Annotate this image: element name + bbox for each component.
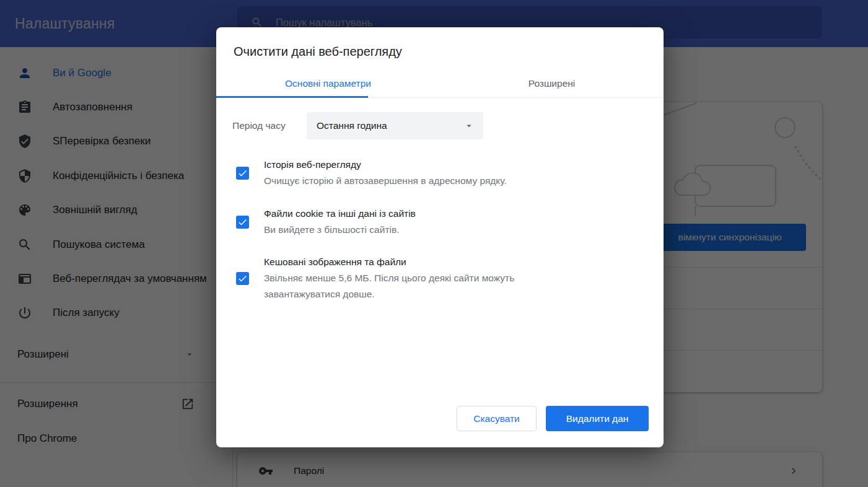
checkbox-row-browsing-history[interactable]: Історія веб-перегляду Очищує історію й а… (236, 157, 574, 189)
caret-down-icon (463, 120, 475, 131)
time-range-select[interactable]: Остання година (307, 112, 483, 139)
dialog-tabs: Основні параметри Розширені (216, 69, 664, 98)
checkbox-description: Звільняє менше 5,6 МБ. Після цього деякі… (264, 270, 574, 302)
time-range-row: Період часу (232, 112, 286, 139)
checkbox-row-cookies[interactable]: Файли cookie та інші дані із сайтів Ви в… (236, 206, 574, 238)
tab-advanced[interactable]: Розширені (440, 69, 664, 97)
cancel-button[interactable]: Скасувати (457, 406, 537, 431)
checkbox-checked[interactable] (236, 272, 249, 285)
check-icon (237, 273, 248, 284)
checkbox-description: Очищує історію й автозавершення в адресн… (264, 173, 574, 189)
tab-basic[interactable]: Основні параметри (216, 69, 440, 97)
checkbox-row-cached-files[interactable]: Кешовані зображення та файли Звільняє ме… (236, 254, 574, 302)
clear-browsing-data-dialog: Очистити дані веб-перегляду Основні пара… (216, 27, 664, 447)
clear-data-button[interactable]: Видалити дан (546, 406, 649, 431)
check-icon (237, 168, 248, 178)
check-icon (237, 217, 248, 227)
checkbox-title: Кешовані зображення та файли (264, 254, 574, 270)
active-tab-indicator (216, 96, 368, 98)
dialog-title: Очистити дані веб-перегляду (234, 45, 402, 59)
time-range-label: Період часу (232, 120, 286, 131)
chrome-settings-page: Налаштування Ви й Google Автозаповнення … (0, 0, 868, 487)
dialog-footer: Скасувати Видалити дан (457, 406, 649, 431)
checkbox-title: Історія веб-перегляду (264, 157, 574, 173)
time-range-value: Остання година (317, 120, 463, 131)
checkbox-description: Ви вийдете з більшості сайтів. (264, 222, 574, 238)
checkbox-title: Файли cookie та інші дані із сайтів (264, 206, 574, 222)
checkbox-checked[interactable] (236, 216, 249, 229)
checkbox-checked[interactable] (236, 167, 249, 180)
